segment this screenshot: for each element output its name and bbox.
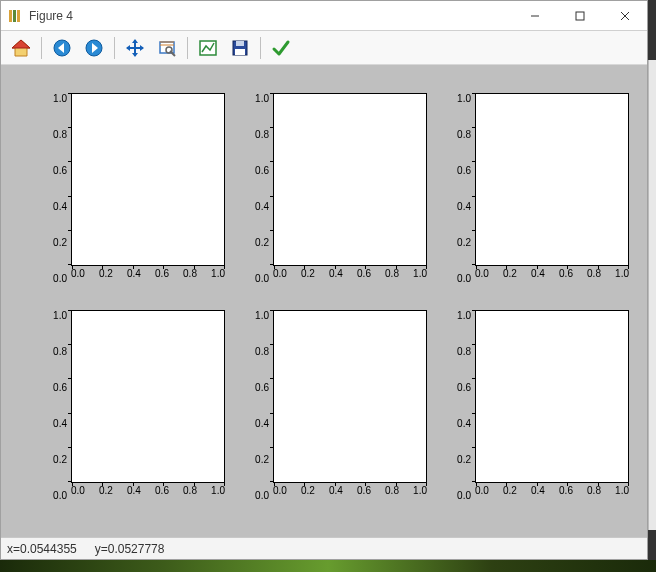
subplots-button[interactable] [194, 34, 222, 62]
x-tick-label: 0.4 [127, 485, 141, 501]
y-axis: 1.00.80.60.40.20.0 [445, 93, 475, 284]
plot-area[interactable] [273, 310, 427, 483]
plot-area[interactable] [475, 93, 629, 266]
y-tick-label: 0.2 [457, 237, 471, 248]
svg-marker-16 [132, 53, 138, 57]
y-tick-label: 0.2 [53, 454, 67, 465]
toolbar-separator [260, 37, 261, 59]
minimize-button[interactable] [512, 1, 557, 30]
x-axis: 0.00.20.40.60.81.0 [475, 485, 629, 501]
y-tick-label: 1.0 [255, 93, 269, 104]
pan-button[interactable] [121, 34, 149, 62]
plot-area[interactable] [71, 93, 225, 266]
y-axis: 1.00.80.60.40.20.0 [41, 310, 71, 501]
window-controls [512, 1, 647, 30]
x-tick-label: 0.0 [273, 268, 287, 284]
x-tick-label: 1.0 [413, 268, 427, 284]
close-button[interactable] [602, 1, 647, 30]
x-tick-label: 0.4 [329, 268, 343, 284]
y-tick-label: 0.2 [53, 237, 67, 248]
x-tick-label: 0.8 [385, 485, 399, 501]
x-tick-label: 0.2 [301, 268, 315, 284]
back-button[interactable] [48, 34, 76, 62]
figure-canvas[interactable]: 1.00.80.60.40.20.00.00.20.40.60.81.01.00… [1, 65, 647, 537]
status-y: y=0.0527778 [95, 542, 165, 556]
y-axis: 1.00.80.60.40.20.0 [445, 310, 475, 501]
y-tick-label: 0.4 [53, 418, 67, 429]
y-tick-label: 0.2 [255, 454, 269, 465]
y-tick-label: 0.4 [53, 201, 67, 212]
y-tick-label: 0.0 [255, 273, 269, 284]
y-tick-label: 1.0 [53, 93, 67, 104]
y-tick-label: 0.0 [457, 490, 471, 501]
subplot-3[interactable]: 1.00.80.60.40.20.00.00.20.40.60.81.0 [41, 310, 225, 501]
plot-area[interactable] [71, 310, 225, 483]
x-tick-label: 0.4 [329, 485, 343, 501]
y-tick-label: 1.0 [457, 310, 471, 321]
toolbar [1, 31, 647, 65]
save-button[interactable] [226, 34, 254, 62]
zoom-button[interactable] [153, 34, 181, 62]
subplot-1[interactable]: 1.00.80.60.40.20.00.00.20.40.60.81.0 [243, 93, 427, 284]
x-tick-label: 0.8 [183, 268, 197, 284]
statusbar: x=0.0544355 y=0.0527778 [1, 537, 647, 559]
x-axis: 0.00.20.40.60.81.0 [273, 268, 427, 284]
x-tick-label: 0.4 [127, 268, 141, 284]
subplot-0[interactable]: 1.00.80.60.40.20.00.00.20.40.60.81.0 [41, 93, 225, 284]
x-tick-label: 0.0 [71, 268, 85, 284]
x-tick-label: 0.6 [357, 268, 371, 284]
x-tick-label: 0.6 [357, 485, 371, 501]
x-tick-label: 0.8 [385, 268, 399, 284]
svg-rect-4 [576, 12, 584, 20]
x-tick-label: 1.0 [615, 268, 629, 284]
y-tick-label: 0.0 [255, 490, 269, 501]
x-tick-label: 1.0 [413, 485, 427, 501]
y-tick-label: 0.6 [255, 382, 269, 393]
forward-button[interactable] [80, 34, 108, 62]
y-tick-label: 0.8 [53, 129, 67, 140]
y-tick-label: 0.6 [457, 165, 471, 176]
x-tick-label: 0.4 [531, 485, 545, 501]
ok-button[interactable] [267, 34, 295, 62]
x-tick-label: 1.0 [211, 268, 225, 284]
plot-area[interactable] [475, 310, 629, 483]
maximize-button[interactable] [557, 1, 602, 30]
window-title: Figure 4 [29, 9, 512, 23]
plot-area[interactable] [273, 93, 427, 266]
right-edge-strip [648, 60, 656, 530]
y-tick-label: 0.6 [255, 165, 269, 176]
subplot-4[interactable]: 1.00.80.60.40.20.00.00.20.40.60.81.0 [243, 310, 427, 501]
svg-marker-17 [126, 45, 130, 51]
y-tick-label: 0.6 [457, 382, 471, 393]
app-icon [7, 8, 23, 24]
x-tick-label: 0.4 [531, 268, 545, 284]
toolbar-separator [114, 37, 115, 59]
svg-rect-24 [235, 49, 245, 55]
x-tick-label: 0.0 [475, 485, 489, 501]
x-axis: 0.00.20.40.60.81.0 [475, 268, 629, 284]
x-tick-label: 1.0 [211, 485, 225, 501]
y-tick-label: 0.4 [457, 201, 471, 212]
svg-rect-1 [13, 10, 16, 22]
y-tick-label: 0.8 [53, 346, 67, 357]
titlebar[interactable]: Figure 4 [1, 1, 647, 31]
svg-rect-0 [9, 10, 12, 22]
y-tick-label: 1.0 [457, 93, 471, 104]
x-tick-label: 0.8 [183, 485, 197, 501]
y-tick-label: 0.2 [255, 237, 269, 248]
subplot-2[interactable]: 1.00.80.60.40.20.00.00.20.40.60.81.0 [445, 93, 629, 284]
x-tick-label: 0.6 [559, 268, 573, 284]
figure-window: Figure 4 [0, 0, 648, 560]
y-tick-label: 0.4 [255, 418, 269, 429]
y-tick-label: 0.0 [53, 273, 67, 284]
x-tick-label: 0.8 [587, 268, 601, 284]
y-tick-label: 0.0 [53, 490, 67, 501]
y-tick-label: 0.2 [457, 454, 471, 465]
y-tick-label: 1.0 [53, 310, 67, 321]
toolbar-separator [41, 37, 42, 59]
subplot-5[interactable]: 1.00.80.60.40.20.00.00.20.40.60.81.0 [445, 310, 629, 501]
x-tick-label: 0.0 [475, 268, 489, 284]
svg-rect-2 [17, 10, 20, 22]
y-tick-label: 0.4 [457, 418, 471, 429]
home-button[interactable] [7, 34, 35, 62]
